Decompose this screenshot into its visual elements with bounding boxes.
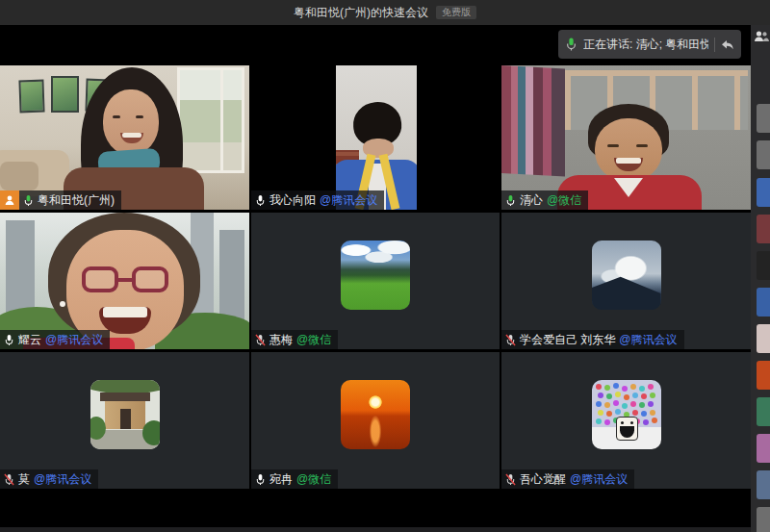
filmstrip-thumb[interactable] [757,470,770,499]
mic-on-icon [255,473,266,486]
mic-active-icon [565,37,578,52]
closeup-live-video [0,213,249,349]
platform-tag: @微信 [547,192,581,209]
platform-tag: @腾讯会议 [570,471,628,488]
title-bar: 粤和田悦(广州)的快速会议 免费版 [0,0,770,25]
sunset-sea-avatar [341,380,410,449]
meeting-window: 粤和田悦(广州)的快速会议 免费版 正在讲话: 清心; 粤和田悦(... [0,0,770,532]
platform-tag: @腾讯会议 [320,192,377,209]
filmstrip-thumb[interactable] [757,507,770,532]
host-icon [0,190,19,210]
platform-tag: @腾讯会议 [34,471,91,488]
video-tile[interactable]: 学会爱自己 刘东华 @腾讯会议 [501,213,751,349]
free-version-badge: 免费版 [436,6,476,19]
video-tile-active-speaker[interactable]: 清心 @微信 [501,65,751,210]
meeting-title: 粤和田悦(广州)的快速会议 [294,5,428,21]
participant-label: 惠梅 @微信 [251,330,338,349]
participant-label: 清心 @微信 [501,190,588,210]
participant-name: 莫 [18,471,30,488]
video-tile[interactable]: 宛冉 @微信 [251,352,500,489]
mic-muted-icon [255,334,266,346]
video-tile[interactable]: 我心向阳 @腾讯会议 [251,65,500,210]
participant-name: 学会爱自己 刘东华 [520,332,615,348]
room-live-video [0,65,249,210]
platform-tag: @腾讯会议 [619,332,677,348]
portrait-live-video [336,65,417,210]
video-tile[interactable]: 莫 @腾讯会议 [0,352,249,489]
speaking-label: 正在讲话: 清心; 粤和田悦(... [583,37,708,53]
wall-live-video [501,65,751,210]
video-tile[interactable]: 惠梅 @微信 [251,213,500,349]
participant-label: 宛冉 @微信 [251,469,338,489]
mic-speaking-icon [23,194,34,207]
filmstrip-thumb[interactable] [757,140,770,169]
participant-label: 我心向阳 @腾讯会议 [251,190,384,210]
filmstrip-thumb[interactable] [757,215,770,243]
cartoon-crowd-avatar [592,380,661,449]
meadow-avatar [341,241,410,310]
platform-tag: @微信 [296,332,331,348]
divider [714,38,715,52]
filmstrip-thumb[interactable] [757,361,770,390]
filmstrip-thumb[interactable] [757,288,770,317]
participant-name: 吾心觉醒 [520,471,566,488]
filmstrip-thumb[interactable] [757,397,770,426]
participant-name: 清心 [520,192,543,209]
participant-filmstrip[interactable] [751,25,770,532]
mic-muted-icon [505,334,516,346]
filmstrip-thumb[interactable] [757,251,770,280]
participants-icon[interactable] [754,30,769,47]
participant-label: 耀云 @腾讯会议 [0,330,110,349]
reply-arrow-icon[interactable] [721,38,734,51]
mic-muted-icon [4,473,14,486]
video-grid: 粤和田悦(广州) 我心向阳 @腾讯会议 [0,65,751,489]
participant-name: 惠梅 [270,332,293,348]
participant-label: 学会爱自己 刘东华 @腾讯会议 [501,330,684,349]
video-tile[interactable]: 耀云 @腾讯会议 [0,213,249,349]
mic-muted-icon [505,473,516,486]
cabin-avatar [90,380,160,449]
participant-name: 粤和田悦(广州) [38,192,115,209]
participant-name: 我心向阳 [270,192,316,209]
mic-speaking-icon [505,194,516,207]
mountain-cloud-avatar [592,241,661,310]
participant-name: 耀云 [18,332,41,348]
participant-name: 宛冉 [270,471,293,488]
participant-label: 莫 @腾讯会议 [0,469,98,489]
video-tile[interactable]: 吾心觉醒 @腾讯会议 [501,352,751,489]
filmstrip-thumb[interactable] [757,178,770,207]
platform-tag: @微信 [296,471,331,488]
platform-tag: @腾讯会议 [45,332,103,348]
participant-label: 吾心觉醒 @腾讯会议 [501,469,634,489]
filmstrip-thumb[interactable] [757,324,770,353]
filmstrip-thumb[interactable] [757,434,770,463]
bottom-edge [0,527,751,532]
participant-label: 粤和田悦(广州) [0,190,121,210]
mic-on-icon [255,194,266,207]
filmstrip-thumb[interactable] [757,104,770,133]
mic-on-icon [4,334,14,346]
speaking-indicator: 正在讲话: 清心; 粤和田悦(... [558,30,741,59]
video-tile-host[interactable]: 粤和田悦(广州) [0,65,249,210]
